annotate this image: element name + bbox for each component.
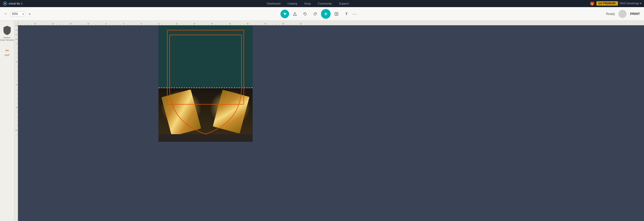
glowforge-icon [3, 2, 7, 6]
shape-tool-button[interactable] [291, 10, 299, 18]
bed-photo-area [158, 88, 253, 142]
gift-icon[interactable]: 🎁 [590, 2, 594, 6]
print-button[interactable]: PRINT [630, 12, 640, 16]
zoom-select-wrap: 50% 25% 75% 100% [10, 11, 25, 16]
sidebar-device-selector[interactable]: Medium DRAFTBOARD [0, 23, 15, 43]
go-premium-button[interactable]: GO PREMIUM! [596, 1, 618, 6]
engrave-tool-button[interactable] [332, 10, 341, 18]
ready-status: Ready [606, 12, 615, 16]
bed-zone-separator [158, 88, 253, 88]
tool-buttons: T ⋯ [35, 9, 602, 19]
toolbar-right: Ready PRINT [602, 10, 644, 18]
zoom-in-button[interactable]: + [27, 11, 33, 17]
shield-icon [3, 25, 11, 35]
machine-status-indicator [618, 10, 627, 18]
top-navigation: shield file 1 Dashboard Catalog Shop Com… [0, 0, 644, 7]
text-tool-button[interactable]: T [342, 10, 351, 18]
logo-area: shield file 1 [0, 2, 26, 6]
nav-support[interactable]: Support [335, 0, 352, 7]
machine-bottom-frame [158, 134, 253, 142]
nav-community[interactable]: Community [314, 0, 335, 7]
sidebar: Medium DRAFTBOARD ✂ CUT [0, 21, 14, 221]
device-icon [2, 25, 12, 36]
svg-point-1 [4, 3, 6, 4]
redo-button[interactable] [311, 10, 319, 18]
bed-area [158, 25, 253, 142]
nav-catalog[interactable]: Catalog [284, 0, 301, 7]
nav-dashboard[interactable]: Dashboard [263, 0, 284, 7]
svg-marker-2 [293, 12, 296, 15]
zoom-controls: − 50% 25% 75% 100% + [0, 11, 35, 17]
ruler-left-ticks: 13121110950510 [14, 25, 18, 221]
sidebar-cut-item[interactable]: ✂ CUT [4, 47, 11, 57]
select-tool-button[interactable] [280, 10, 289, 18]
user-account[interactable]: NHS Glowforge ▾ [620, 2, 641, 5]
undo-button[interactable] [301, 10, 309, 18]
zoom-select[interactable]: 50% 25% 75% 100% [10, 11, 25, 16]
add-element-button[interactable] [321, 9, 331, 19]
toolbar-more-button[interactable]: ⋯ [352, 11, 357, 17]
zoom-out-button[interactable]: − [3, 11, 9, 17]
cut-label: CUT [5, 54, 10, 56]
toolbar: − 50% 25% 75% 100% + T ⋯ [0, 7, 644, 21]
nav-links: Dashboard Catalog Shop Community Support [263, 0, 352, 7]
nav-shop[interactable]: Shop [301, 0, 314, 7]
bed-top-area [158, 25, 253, 88]
top-nav-right: 🎁 GO PREMIUM! NHS Glowforge ▾ [590, 1, 644, 6]
ruler-left: 13121110950510 [14, 25, 18, 221]
canvas-area[interactable] [18, 25, 644, 221]
ruler-top-ticks: -30-25-20-15-10-505101520253035404550 [17, 21, 644, 25]
ruler-top: -30-25-20-15-10-505101520253035404550 [17, 21, 644, 25]
file-title: shield file 1 [9, 2, 23, 5]
device-label: Medium DRAFTBOARD [0, 36, 14, 41]
